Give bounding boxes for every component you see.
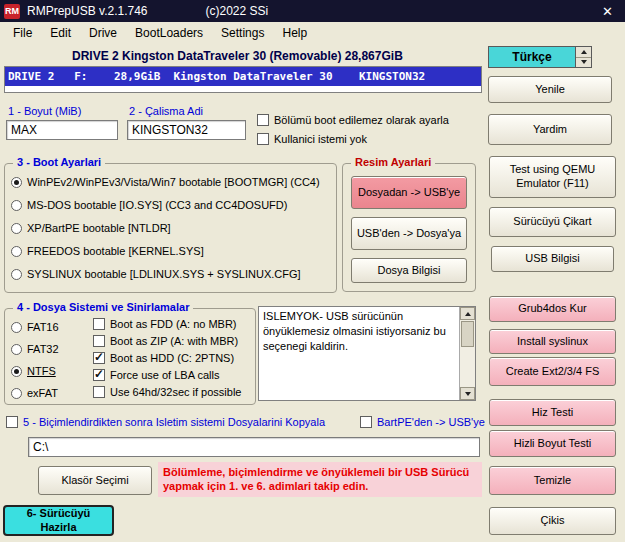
radio-icon	[11, 177, 22, 188]
boot-option-xp-bartpe[interactable]: XP/BartPE bootable [NTLDR]	[11, 222, 171, 234]
language-value: Türkçe	[489, 47, 575, 67]
volume-input[interactable]	[127, 120, 246, 140]
language-spinner[interactable]	[575, 47, 591, 67]
filesystem-title: 4 - Dosya Sistemi ve Sinirlamalar	[13, 301, 193, 313]
boot-option-label: MS-DOS bootable [IO.SYS] (CC3 and CC4DOS…	[27, 199, 287, 211]
menu-bootloaders[interactable]: BootLoaders	[126, 24, 212, 42]
spin-down-icon[interactable]	[576, 57, 591, 68]
radio-icon	[11, 269, 22, 280]
radio-icon	[11, 344, 22, 355]
spin-up-icon[interactable]	[576, 47, 591, 57]
drive-listbox[interactable]: DRIVE 2 F: 28,9GiB Kingston DataTraveler…	[4, 66, 482, 93]
size-input[interactable]	[6, 120, 118, 140]
checkbox-icon	[93, 335, 105, 347]
boot-option-syslinux[interactable]: SYSLINUX bootable [LDLINUX.SYS + SYSLINU…	[11, 268, 301, 280]
prepare-drive-button[interactable]: 6- Sürücüyü Hazirla	[3, 505, 114, 536]
menu-edit[interactable]: Edit	[41, 24, 80, 42]
clean-button[interactable]: Temizle	[489, 466, 616, 495]
non-bootable-checkbox[interactable]: Bölümü boot edilemez olarak ayarla	[257, 114, 449, 126]
titlebar: RM RMPrepUSB v.2.1.746 (c)2022 SSi ✕	[0, 0, 625, 22]
flag-label: Boot as FDD (A: no MBR)	[110, 318, 237, 330]
radio-icon	[11, 322, 22, 333]
menubar: File Edit Drive BootLoaders Settings Hel…	[0, 22, 625, 44]
usb-to-file-button[interactable]: USB'den -> Dosya'ya	[351, 217, 467, 250]
speed-test-button[interactable]: Hiz Testi	[489, 399, 616, 426]
fs-label: FAT16	[27, 321, 59, 333]
boot-option-label: XP/BartPE bootable [NTLDR]	[27, 222, 171, 234]
radio-icon	[11, 223, 22, 234]
checkbox-icon	[257, 114, 269, 126]
boot-as-hdd-checkbox[interactable]: Boot as HDD (C: 2PTNS)	[93, 352, 234, 364]
file-info-button[interactable]: Dosya Bilgisi	[351, 258, 467, 283]
language-select[interactable]: Türkçe	[488, 46, 592, 68]
fs-fat32-radio[interactable]: FAT32	[11, 343, 59, 355]
checkbox-icon	[360, 416, 372, 428]
boot-as-fdd-checkbox[interactable]: Boot as FDD (A: no MBR)	[93, 318, 237, 330]
fs-ntfs-radio[interactable]: NTFS	[11, 365, 56, 377]
exit-button[interactable]: Çikis	[489, 507, 616, 535]
boot-option-label: SYSLINUX bootable [LDLINUX.SYS + SYSLINU…	[27, 268, 301, 280]
menu-help[interactable]: Help	[273, 24, 316, 42]
fs-fat16-radio[interactable]: FAT16	[11, 321, 59, 333]
boot-option-winpe[interactable]: WinPEv2/WinPEv3/Vista/Win7 bootable [BOO…	[11, 176, 320, 188]
help-button[interactable]: Yardim	[488, 114, 612, 145]
fs-label: FAT32	[27, 343, 59, 355]
boot-as-zip-checkbox[interactable]: Boot as ZIP (A: with MBR)	[93, 335, 238, 347]
checkbox-icon	[93, 369, 105, 381]
quick-size-test-button[interactable]: Hizli Boyut Testi	[489, 430, 616, 457]
fs-label: NTFS	[27, 365, 56, 377]
checkbox-icon	[93, 352, 105, 364]
force-lba-checkbox[interactable]: Force use of LBA calls	[93, 369, 219, 381]
bartpe-to-usb-label: BartPE'den -> USB'ye	[377, 416, 485, 428]
rmprepusb-window: RM RMPrepUSB v.2.1.746 (c)2022 SSi ✕ Fil…	[0, 0, 625, 542]
eject-drive-button[interactable]: Sürücüyü Çikart	[489, 207, 616, 237]
copy-os-files-label: 5 - Biçimlendirdikten sonra Isletim sist…	[23, 416, 325, 428]
no-user-prompt-checkbox[interactable]: Kullanici istemi yok	[257, 133, 367, 145]
copyright-text: (c)2022 SSi	[206, 4, 269, 18]
grub4dos-button[interactable]: Grub4dos Kur	[489, 296, 616, 322]
checkbox-icon	[93, 318, 105, 330]
filesystem-group: 4 - Dosya Sistemi ve Sinirlamalar FAT16 …	[4, 308, 256, 405]
info-text: ISLEMYOK- USB sürücünün önyüklemesiz olm…	[259, 307, 459, 400]
fs-label: exFAT	[27, 387, 58, 399]
info-box: ISLEMYOK- USB sürücünün önyüklemesiz olm…	[258, 306, 476, 401]
scroll-up-icon[interactable]	[460, 307, 475, 320]
menu-drive[interactable]: Drive	[80, 24, 126, 42]
fs-exfat-radio[interactable]: exFAT	[11, 387, 58, 399]
radio-icon	[11, 200, 22, 211]
drive-header: DRIVE 2 Kingston DataTraveler 30 (Remova…	[72, 49, 403, 63]
drive-row-selected[interactable]: DRIVE 2 F: 28,9GiB Kingston DataTraveler…	[5, 67, 481, 86]
scroll-track[interactable]	[460, 320, 475, 387]
qemu-test-button[interactable]: Test using QEMU Emulator (F11)	[489, 156, 616, 198]
scrollbar[interactable]	[459, 307, 475, 400]
flag-label: Force use of LBA calls	[110, 369, 219, 381]
copy-os-files-checkbox[interactable]: 5 - Biçimlendirdikten sonra Isletim sist…	[6, 416, 325, 428]
close-icon[interactable]: ✕	[598, 4, 617, 19]
create-ext-fs-button[interactable]: Create Ext2/3/4 FS	[489, 357, 616, 386]
image-tools-group: Resim Ayarlari Dosyadan -> USB'ye USB'de…	[342, 163, 476, 292]
image-tools-title: Resim Ayarlari	[351, 156, 435, 168]
radio-icon	[11, 366, 22, 377]
scroll-down-icon[interactable]	[460, 387, 475, 400]
checkbox-icon	[6, 416, 18, 428]
scroll-thumb[interactable]	[461, 321, 474, 347]
usb-info-button[interactable]: USB Bilgisi	[491, 246, 614, 272]
file-to-usb-button[interactable]: Dosyadan -> USB'ye	[351, 176, 467, 209]
radio-icon	[11, 388, 22, 399]
install-syslinux-button[interactable]: Install syslinux	[489, 329, 616, 354]
bartpe-to-usb-checkbox[interactable]: BartPE'den -> USB'ye	[360, 416, 485, 428]
no-user-prompt-label: Kullanici istemi yok	[274, 133, 367, 145]
use-64hd-checkbox[interactable]: Use 64hd/32sec if possible	[93, 386, 241, 398]
source-path-input[interactable]	[28, 437, 480, 457]
flag-label: Boot as HDD (C: 2PTNS)	[110, 352, 234, 364]
flag-label: Use 64hd/32sec if possible	[110, 386, 241, 398]
size-label: 1 - Boyut (MiB)	[8, 105, 81, 117]
menu-file[interactable]: File	[4, 24, 41, 42]
refresh-button[interactable]: Yenile	[488, 76, 612, 103]
choose-folder-button[interactable]: Klasör Seçimi	[38, 466, 152, 495]
flag-label: Boot as ZIP (A: with MBR)	[110, 335, 238, 347]
boot-option-msdos[interactable]: MS-DOS bootable [IO.SYS] (CC3 and CC4DOS…	[11, 199, 287, 211]
boot-option-freedos[interactable]: FREEDOS bootable [KERNEL.SYS]	[11, 245, 204, 257]
boot-options-group: 3 - Boot Ayarlari WinPEv2/WinPEv3/Vista/…	[4, 163, 337, 293]
menu-settings[interactable]: Settings	[212, 24, 273, 42]
